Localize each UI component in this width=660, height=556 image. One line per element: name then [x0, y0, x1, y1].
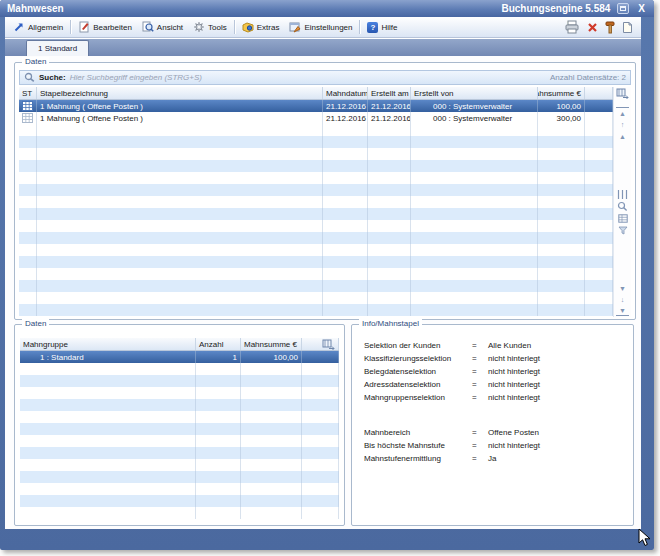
column-width-icon[interactable] — [616, 189, 629, 200]
empty-row[interactable] — [20, 411, 339, 423]
group-info-mahnstapel: Info/Mahnstapel Selektion der Kunden = A… — [351, 324, 634, 526]
toolbar-item-ansicht[interactable]: Ansicht — [137, 19, 188, 35]
print-dunning-icon[interactable]: M — [564, 20, 580, 34]
grid-sum-icon[interactable] — [616, 213, 629, 224]
empty-row[interactable] — [20, 375, 339, 387]
empty-row[interactable] — [19, 160, 613, 172]
table-row[interactable]: 1 Mahnung ( Offene Posten ) 21.12.2016 2… — [19, 112, 613, 124]
search-input[interactable]: Suche: Hier Suchbegriff eingeben (STRG+S… — [19, 70, 631, 85]
toolbar-item-allgemein[interactable]: Allgemein — [8, 19, 68, 35]
toolbar-item-extras[interactable]: Extras — [237, 19, 285, 35]
group-daten-mahngruppe: Daten Mahngruppe Anzahl Mahnsumme € 1 : … — [14, 324, 345, 526]
empty-row[interactable] — [19, 292, 613, 304]
column-header-filler — [585, 87, 613, 99]
info-row: Bis höchste Mahnstufe = nicht hinterlegt — [364, 439, 627, 452]
toolbar-item-bearbeiten[interactable]: Bearbeiten — [73, 19, 137, 35]
scroll-up-page-icon[interactable]: ↑ — [616, 119, 629, 130]
column-header-anzahl[interactable]: Anzahl — [196, 338, 241, 350]
empty-row[interactable] — [19, 268, 613, 280]
empty-row[interactable] — [20, 363, 339, 375]
toolbar-item-einstellungen[interactable]: Einstellungen — [284, 19, 357, 35]
empty-row[interactable] — [19, 208, 613, 220]
empty-row[interactable] — [20, 387, 339, 399]
column-header-erstellt-von[interactable]: Erstellt von — [411, 87, 538, 99]
group-label: Daten — [22, 319, 49, 328]
empty-row[interactable] — [20, 495, 339, 507]
group-daten-main: Daten Suche: Hier Suchbegriff eingeben (… — [14, 62, 636, 320]
info-value: nicht hinterlegt — [488, 393, 540, 402]
empty-row[interactable] — [20, 423, 339, 435]
empty-row[interactable] — [19, 304, 613, 316]
empty-row[interactable] — [20, 399, 339, 411]
column-chooser-icon[interactable] — [616, 88, 629, 99]
title-bar: Mahnwesen Buchungsengine 5.584 X — [0, 0, 654, 17]
cell-mahnsumme: 100,00 — [538, 100, 585, 112]
info-value: nicht hinterlegt — [488, 380, 540, 389]
grid-side-toolbar: ▲ ↑ ▲ — [613, 87, 631, 317]
info-label: Belegdatenselektion — [364, 367, 472, 376]
tab-label: 1 Standard — [38, 44, 77, 53]
empty-row[interactable] — [19, 256, 613, 268]
empty-row[interactable] — [19, 196, 613, 208]
toolbar-separator — [70, 20, 71, 34]
empty-row[interactable] — [20, 507, 339, 519]
scroll-up-icon[interactable]: ▲ — [616, 131, 629, 142]
info-row: Mahnstufenermittlung = Ja — [364, 452, 627, 465]
cell-anzahl: 1 — [196, 351, 241, 363]
search-icon — [24, 72, 35, 83]
hammer-icon[interactable] — [605, 21, 615, 34]
toolbar-item-label: Hilfe — [381, 23, 397, 32]
batch-grid-icon — [22, 101, 33, 111]
cell-mahngruppe: 1 : Standard — [20, 351, 196, 363]
empty-row[interactable] — [19, 184, 613, 196]
column-header-erstellt-am[interactable]: Erstellt am — [368, 87, 411, 99]
delete-icon[interactable] — [587, 22, 598, 33]
column-chooser-icon[interactable] — [322, 339, 335, 350]
empty-row[interactable] — [19, 244, 613, 256]
info-list: Selektion der Kunden = Alle Kunden Klass… — [364, 339, 627, 465]
record-count: Anzahl Datensätze: 2 — [550, 73, 626, 82]
tab-1-standard[interactable]: 1 Standard — [26, 40, 89, 56]
empty-row[interactable] — [19, 232, 613, 244]
column-header-mahnsumme[interactable]: Mahnsumme € — [241, 338, 302, 350]
grid-search-icon[interactable] — [616, 201, 629, 212]
empty-row[interactable] — [19, 136, 613, 148]
empty-row[interactable] — [19, 172, 613, 184]
column-header-st[interactable]: ST — [19, 87, 37, 99]
window-restore-icon[interactable] — [617, 3, 629, 14]
info-row: Klassifizierungsselektion = nicht hinter… — [364, 352, 627, 365]
close-button[interactable]: X — [636, 3, 647, 14]
info-value: Ja — [488, 454, 496, 463]
scroll-to-bottom-icon[interactable]: ▼ — [616, 305, 629, 316]
new-document-icon[interactable] — [622, 21, 633, 34]
empty-row[interactable] — [20, 435, 339, 447]
column-header-mahnsumme[interactable]: Mahnsumme € — [538, 87, 585, 99]
empty-row[interactable] — [20, 483, 339, 495]
empty-row[interactable] — [20, 447, 339, 459]
empty-row[interactable] — [19, 148, 613, 160]
info-label: Bis höchste Mahnstufe — [364, 441, 472, 450]
info-label: Selektion der Kunden — [364, 341, 472, 350]
column-header-mahndatum[interactable]: Mahndatum — [323, 87, 368, 99]
empty-row[interactable] — [19, 124, 613, 136]
info-label: Mahnbereich — [364, 428, 472, 437]
empty-row[interactable] — [20, 459, 339, 471]
toolbar-item-tools[interactable]: Tools — [188, 19, 232, 35]
toolbar-item-hilfe[interactable]: Hilfe — [362, 20, 402, 35]
window-body: Allgemein Bearbeiten Ansicht Tools — [5, 17, 641, 529]
scroll-to-top-icon[interactable]: ▲ — [616, 107, 629, 118]
cell-erstellt-am: 21.12.2016 — [368, 100, 411, 112]
scroll-down-icon[interactable]: ▼ — [616, 283, 629, 294]
empty-row[interactable] — [19, 280, 613, 292]
mahngruppe-table-header: Mahngruppe Anzahl Mahnsumme € — [20, 338, 339, 351]
empty-row[interactable] — [19, 220, 613, 232]
column-header-mahngruppe[interactable]: Mahngruppe — [20, 338, 196, 350]
tools-icon — [193, 21, 205, 33]
column-header-stapelbezeichnung[interactable]: Stapelbezeichnung — [37, 87, 323, 99]
table-row[interactable]: 1 Mahnung ( Offene Posten ) 21.12.2016 2… — [19, 100, 613, 112]
empty-row[interactable] — [20, 471, 339, 483]
info-row: Adressdatenselektion = nicht hinterlegt — [364, 378, 627, 391]
scroll-down-page-icon[interactable]: ↓ — [616, 294, 629, 305]
grid-filter-icon[interactable] — [616, 225, 629, 236]
table-row[interactable]: 1 : Standard 1 100,00 — [20, 351, 339, 363]
